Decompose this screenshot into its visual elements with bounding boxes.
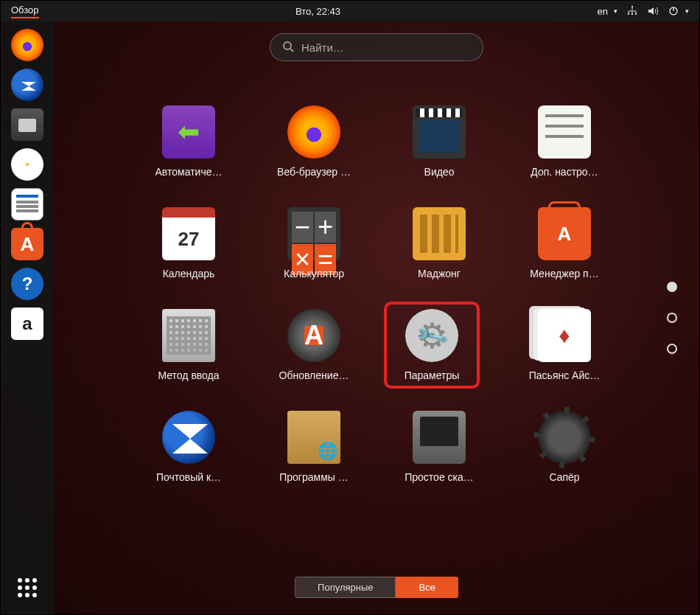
firefox-icon (287, 105, 340, 159)
backup-icon (162, 105, 215, 159)
dock-item-libreoffice-writer[interactable] (10, 187, 45, 222)
app-label: Простое ска… (405, 471, 474, 483)
app-label: Почтовый к… (156, 471, 221, 483)
thunderbird-icon (162, 411, 215, 464)
page-dot-1[interactable] (667, 282, 677, 292)
chevron-down-icon: ▾ (685, 7, 689, 15)
app-firefox[interactable]: Веб-браузер … (266, 105, 362, 178)
top-bar: Обзор Вто, 22:43 en ▾ ▾ (1, 1, 699, 21)
app-label: Доп. настро… (531, 166, 598, 178)
app-label: Пасьянс Айс… (529, 369, 601, 381)
search-icon (282, 41, 294, 55)
page-indicator (667, 282, 677, 354)
dock-item-rhythmbox[interactable] (10, 147, 45, 182)
app-software-manager[interactable]: Менеджер п… (517, 207, 612, 279)
dock-item-firefox[interactable] (10, 27, 45, 63)
input-method-icon (162, 309, 215, 362)
svg-rect-3 (635, 13, 637, 15)
show-applications-button[interactable] (10, 570, 45, 605)
app-calendar[interactable]: Календарь (141, 207, 237, 279)
app-label: Автоматиче… (155, 166, 223, 178)
software-manager-icon (538, 207, 591, 260)
app-mahjongg[interactable]: Маджонг (391, 207, 487, 279)
app-tweaks[interactable]: Доп. настро… (517, 105, 612, 178)
app-label: Программы … (279, 471, 349, 483)
app-label: Менеджер п… (530, 268, 598, 279)
libreoffice-writer-icon (11, 188, 43, 220)
app-grid: Автоматиче…Веб-браузер …ВидеоДоп. настро… (141, 105, 612, 483)
dock-item-files[interactable] (10, 107, 45, 142)
dock-item-thunderbird[interactable] (10, 67, 45, 102)
app-thunderbird[interactable]: Почтовый к… (141, 411, 237, 483)
applications-overview: Найти… Автоматиче…Веб-браузер …ВидеоДоп.… (54, 21, 699, 614)
app-settings[interactable]: Параметры (384, 302, 480, 389)
rhythmbox-icon (11, 148, 43, 181)
app-software-properties[interactable]: Программы … (266, 411, 362, 483)
search-input[interactable]: Найти… (270, 33, 483, 61)
clock[interactable]: Вто, 22:43 (295, 6, 340, 17)
app-label: Сапёр (549, 471, 579, 483)
help-icon: ? (11, 268, 43, 300)
app-label: Видео (424, 166, 455, 178)
dock: ?a (1, 21, 54, 614)
language-indicator[interactable]: en (598, 6, 608, 17)
software-center-icon (11, 228, 43, 260)
app-simple-scan[interactable]: Простое ска… (391, 411, 487, 483)
software-updater-icon (287, 309, 340, 362)
dock-item-software-center[interactable] (10, 226, 45, 262)
app-mines[interactable]: Сапёр (517, 411, 612, 483)
thunderbird-icon (11, 69, 43, 101)
app-label: Веб-браузер … (277, 166, 351, 178)
mines-icon (538, 411, 591, 464)
app-input-method[interactable]: Метод ввода (141, 309, 237, 381)
calendar-icon (162, 207, 215, 260)
app-label: Метод ввода (158, 369, 219, 381)
volume-icon[interactable] (647, 5, 659, 17)
tab-all[interactable]: Все (396, 577, 458, 598)
app-software-updater[interactable]: Обновление… (266, 309, 362, 381)
app-calculator[interactable]: −+×=Калькулятор (266, 207, 362, 279)
files-icon (11, 108, 43, 141)
mahjongg-icon (413, 207, 466, 260)
app-backup[interactable]: Автоматиче… (141, 105, 237, 178)
calculator-icon: −+×= (287, 207, 340, 260)
page-dot-2[interactable] (667, 313, 677, 323)
search-placeholder: Найти… (301, 41, 344, 54)
tab-frequent[interactable]: Популярные (295, 577, 396, 598)
activities-button[interactable]: Обзор (11, 4, 39, 18)
dock-item-help[interactable]: ? (10, 266, 45, 302)
svg-rect-0 (631, 6, 633, 7)
app-label: Календарь (163, 268, 215, 279)
app-videos[interactable]: Видео (391, 105, 487, 178)
simple-scan-icon (413, 411, 466, 464)
app-label: Параметры (405, 369, 460, 381)
chevron-down-icon: ▾ (614, 7, 617, 15)
svg-rect-1 (628, 13, 629, 15)
app-label: Калькулятор (284, 268, 344, 279)
settings-icon (405, 309, 458, 362)
app-aisleriot[interactable]: Пасьянс Айс… (517, 309, 612, 381)
videos-icon (413, 105, 466, 159)
dock-item-amazon[interactable]: a (10, 306, 45, 341)
svg-rect-2 (631, 13, 633, 15)
network-icon[interactable] (626, 5, 638, 17)
app-label: Маджонг (418, 268, 461, 279)
svg-point-5 (284, 42, 291, 49)
page-dot-3[interactable] (667, 344, 677, 354)
app-label: Обновление… (279, 369, 349, 381)
tweaks-icon (538, 105, 591, 159)
firefox-icon (11, 29, 43, 61)
power-icon[interactable] (668, 5, 679, 17)
software-properties-icon (287, 411, 340, 464)
amazon-icon: a (11, 308, 43, 340)
view-selector: Популярные Все (295, 577, 458, 598)
aisleriot-icon (538, 309, 591, 362)
